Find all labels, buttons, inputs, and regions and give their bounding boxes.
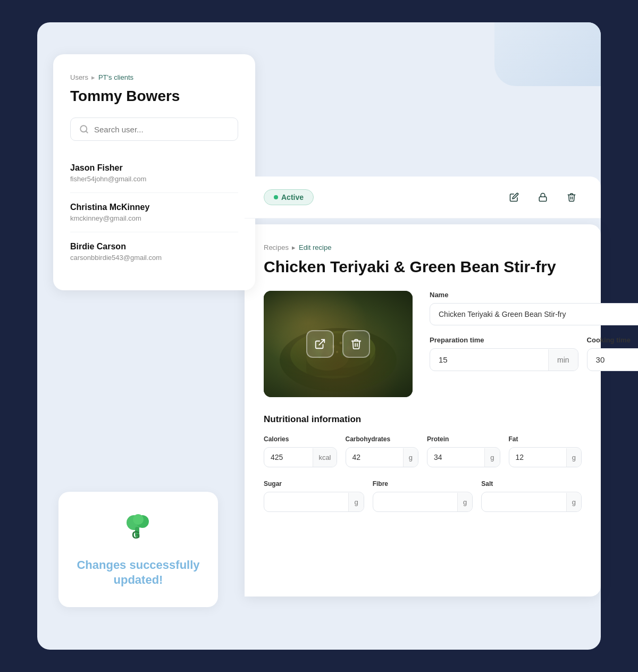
nutrition-grid-2: Sugar g Fibre g Salt [264,480,582,512]
fibre-field: Fibre g [373,480,473,512]
prep-time-group: min [430,348,578,371]
edit-button[interactable] [504,187,524,207]
nutrition-grid: Calories kcal Carbohydrates g Protein [264,435,582,467]
fat-field: Fat g [509,435,582,467]
prep-time-label: Preparation time [430,336,578,344]
breadcrumb-current[interactable]: PT's clients [98,73,133,81]
image-delete-button[interactable] [342,330,370,358]
user-name: Christina McKinney [70,203,238,212]
recipe-breadcrumb-current[interactable]: Edit recipe [299,243,331,251]
success-notification: G Changes successfully updated! [58,492,218,607]
sugar-unit: g [348,493,363,511]
salt-field: Salt g [481,480,582,512]
search-box [70,117,238,141]
salt-group: g [481,492,582,512]
lock-button[interactable] [533,187,553,207]
user-email: kmckinney@gmail.com [70,214,238,222]
search-icon [79,124,89,134]
fibre-label: Fibre [373,480,473,488]
carbs-unit: g [403,448,418,467]
search-input[interactable] [94,125,229,134]
success-message: Changes successfully updated! [75,558,201,588]
protein-unit: g [484,448,499,467]
cook-time-field: Cooking time min [587,336,638,371]
prep-time-unit: min [548,349,578,371]
fat-label: Fat [509,435,582,443]
breadcrumb-users-link[interactable]: Users [70,73,88,81]
active-dot [274,195,278,199]
calories-input[interactable] [264,448,313,467]
list-item[interactable]: Christina McKinney kmckinney@gmail.com [70,193,238,232]
sugar-label: Sugar [264,480,364,488]
calories-unit: kcal [313,448,336,467]
breadcrumb: Users ▸ PT's clients [70,73,238,81]
cook-time-label: Cooking time [587,336,638,344]
calories-group: kcal [264,447,337,467]
user-name: Birdie Carson [70,242,238,251]
svg-line-20 [319,340,324,345]
page-title: Tommy Bowers [70,88,238,105]
carbs-group: g [346,447,419,467]
fat-unit: g [566,448,581,467]
protein-field: Protein g [427,435,500,467]
recipe-fields: Name Preparation time min Cooking time [430,291,638,371]
list-item[interactable]: Birdie Carson carsonbbirdie543@gmail.com [70,232,238,271]
carbs-label: Carbohydrates [346,435,419,443]
user-email: carsonbbirdie543@gmail.com [70,254,238,262]
protein-input[interactable] [427,448,484,467]
salt-label: Salt [481,480,582,488]
nutrition-title: Nutritional information [264,414,582,425]
recipe-name-input[interactable] [430,303,638,325]
cook-time-group: min [587,348,638,371]
calories-label: Calories [264,435,337,443]
cook-time-input[interactable] [587,349,638,371]
recipe-breadcrumb: Recipes ▸ Edit recipe [264,243,582,251]
nutrition-section: Nutritional information Calories kcal Ca… [264,414,582,512]
fat-group: g [509,447,582,467]
breadcrumb-sep1: ▸ [91,73,95,81]
action-icons [504,187,582,207]
prep-time-input[interactable] [430,349,548,371]
fat-input[interactable] [509,448,566,467]
prep-time-field: Preparation time min [430,336,578,371]
recipe-breadcrumb-link[interactable]: Recipes [264,243,289,251]
sugar-group: g [264,492,364,512]
fibre-group: g [373,492,473,512]
users-panel: Users ▸ PT's clients Tommy Bowers Jason … [53,54,255,290]
time-row: Preparation time min Cooking time min [430,336,638,371]
fibre-unit: g [457,493,472,511]
recipe-content: Name Preparation time min Cooking time [264,291,582,397]
image-actions [306,330,370,358]
salt-unit: g [566,493,581,511]
app-logo-icon: G [119,511,157,549]
protein-group: g [427,447,500,467]
user-list: Jason Fisher fisher54john@gmail.com Chri… [70,154,238,271]
carbs-input[interactable] [346,448,403,467]
sugar-input[interactable] [264,492,348,511]
sugar-field: Sugar g [264,480,364,512]
user-name: Jason Fisher [70,163,238,173]
user-email: fisher54john@gmail.com [70,175,238,183]
svg-point-23 [133,514,144,525]
list-item[interactable]: Jason Fisher fisher54john@gmail.com [70,154,238,193]
calories-field: Calories kcal [264,435,337,467]
name-label: Name [430,291,638,299]
svg-rect-2 [539,197,547,201]
protein-label: Protein [427,435,500,443]
svg-line-1 [86,131,87,132]
decorative-accent [494,22,601,86]
image-open-button[interactable] [306,330,334,358]
status-badge: Active [264,189,314,205]
recipe-edit-panel: Recipes ▸ Edit recipe Chicken Teriyaki &… [245,224,601,597]
salt-input[interactable] [482,492,566,511]
recipe-image-container [264,291,413,397]
recipe-title: Chicken Teriyaki & Green Bean Stir-fry [264,258,582,276]
svg-text:G: G [132,529,140,541]
delete-button[interactable] [561,187,582,207]
active-user-row: Active [245,177,601,219]
carbs-field: Carbohydrates g [346,435,419,467]
fibre-input[interactable] [373,492,457,511]
